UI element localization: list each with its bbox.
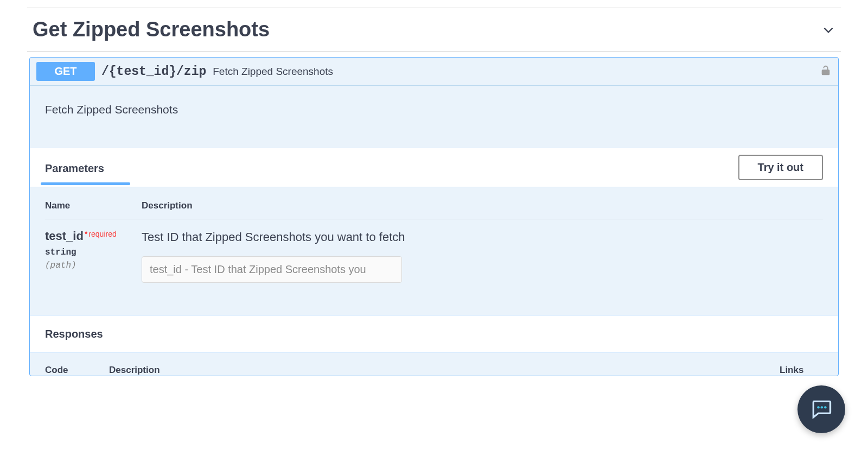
required-star-icon: * [85, 230, 87, 238]
required-label: required [88, 230, 116, 238]
column-header-description: Description [142, 200, 823, 211]
parameters-table: Name Description test_id*required string… [30, 187, 838, 315]
try-it-out-button[interactable]: Try it out [738, 155, 823, 180]
operation-summary[interactable]: GET /{test_id}/zip Fetch Zipped Screensh… [30, 58, 838, 86]
column-header-resp-description: Description [109, 365, 780, 376]
divider-top [27, 8, 841, 8]
column-header-name: Name [45, 200, 142, 211]
method-badge: GET [36, 62, 95, 81]
parameters-tab-row: Parameters Try it out [30, 148, 838, 187]
chevron-down-icon [821, 23, 835, 37]
responses-label: Responses [45, 328, 823, 340]
parameter-description: Test ID that Zipped Screenshots you want… [142, 230, 823, 244]
tab-parameters[interactable]: Parameters [45, 157, 104, 185]
responses-table-header: Code Description Links [30, 353, 838, 376]
operation-description: Fetch Zipped Screenshots [30, 86, 838, 148]
operation-path: /{test_id}/zip [101, 65, 206, 79]
column-header-code: Code [45, 365, 109, 376]
responses-header-row: Responses [30, 315, 838, 353]
section-header[interactable]: Get Zipped Screenshots [27, 18, 841, 52]
column-header-links: Links [780, 365, 823, 376]
parameter-name-cell: test_id*required string (path) [45, 229, 142, 283]
lock-icon[interactable] [820, 65, 832, 78]
section-title: Get Zipped Screenshots [33, 18, 270, 41]
parameter-in: (path) [45, 261, 142, 270]
operation-body: Fetch Zipped Screenshots Parameters Try … [30, 86, 838, 376]
parameter-description-cell: Test ID that Zipped Screenshots you want… [142, 229, 823, 283]
parameters-table-header: Name Description [45, 200, 823, 219]
parameter-input[interactable] [142, 256, 402, 283]
parameter-type: string [45, 248, 142, 257]
parameter-name: test_id [45, 229, 84, 243]
operation-block: GET /{test_id}/zip Fetch Zipped Screensh… [29, 57, 839, 376]
parameter-row: test_id*required string (path) Test ID t… [45, 229, 823, 283]
operation-summary-text: Fetch Zipped Screenshots [213, 66, 820, 78]
